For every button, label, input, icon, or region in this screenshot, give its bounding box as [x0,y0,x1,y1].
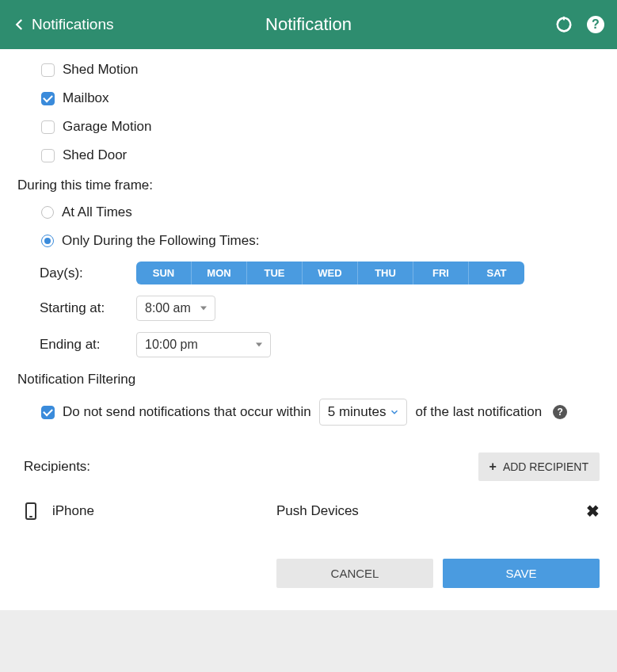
help-icon[interactable]: ? [587,16,604,33]
radio-only-during[interactable]: Only During the Following Times: [41,233,600,249]
caret-down-icon [256,343,262,347]
sensor-label: Mailbox [63,90,109,106]
recipient-name: iPhone [52,503,94,519]
action-row: CANCEL SAVE [17,559,600,588]
day-selector: SUN MON TUE WED THU FRI SAT [136,262,524,284]
days-label: Day(s): [40,265,136,281]
timeframe-heading: During this time frame: [17,178,600,193]
radio-label: At All Times [62,204,132,220]
start-time-select[interactable]: 8:00 am [136,296,215,321]
header-actions: ? [555,16,604,33]
recipients-header: Recipients: + ADD RECIPIENT [17,452,600,481]
app-header: Notifications Notification ? [0,0,617,49]
checkbox-icon[interactable] [41,92,55,105]
checkbox-icon[interactable] [41,120,55,134]
caret-down-icon [200,307,207,311]
phone-icon [25,502,36,520]
chevron-left-icon [13,17,27,32]
plus-icon: + [489,460,497,474]
radio-label: Only During the Following Times: [62,233,259,249]
recipients-label: Recipients: [17,459,90,475]
back-button[interactable]: Notifications [13,16,114,33]
checkbox-icon[interactable] [41,149,55,162]
filtering-prefix: Do not send notifications that occur wit… [63,404,311,420]
sensor-label: Shed Door [63,147,127,163]
sensor-row[interactable]: Shed Motion [41,62,600,78]
filter-window-select[interactable]: 5 minutes [319,399,408,426]
end-time-select[interactable]: 10:00 pm [136,332,271,357]
start-row: Starting at: 8:00 am [17,296,600,321]
end-row: Ending at: 10:00 pm [17,332,600,357]
sensor-list: Shed Motion Mailbox Garage Motion Shed D… [17,62,600,163]
filtering-heading: Notification Filtering [17,372,600,388]
day-pill-sun[interactable]: SUN [136,262,192,284]
timeframe-radio-group: At All Times Only During the Following T… [17,204,600,249]
chevron-down-icon [389,407,400,418]
sensor-label: Garage Motion [63,119,151,135]
day-pill-sat[interactable]: SAT [469,262,524,284]
start-label: Starting at: [40,300,136,316]
save-button[interactable]: SAVE [443,559,600,588]
checkbox-icon[interactable] [41,406,55,419]
page-title: Notification [265,14,352,35]
cancel-button[interactable]: CANCEL [276,559,433,588]
start-time-value: 8:00 am [145,301,191,315]
end-time-value: 10:00 pm [145,338,198,351]
refresh-icon[interactable] [555,16,573,33]
day-pill-tue[interactable]: TUE [247,262,303,284]
add-recipient-button[interactable]: + ADD RECIPIENT [478,452,600,481]
help-icon[interactable]: ? [553,405,567,419]
filtering-row: Do not send notifications that occur wit… [17,399,600,426]
sensor-row[interactable]: Shed Door [41,147,600,163]
footer: powered by ⬣ ALARM.COM Copyright © 2000-… [0,610,617,672]
day-pill-fri[interactable]: FRI [413,262,469,284]
radio-icon[interactable] [41,206,54,219]
recipient-row: iPhone Push Devices ✖ [17,502,600,521]
days-row: Day(s): SUN MON TUE WED THU FRI SAT [17,262,600,284]
day-pill-wed[interactable]: WED [303,262,358,284]
checkbox-icon[interactable] [41,63,55,77]
radio-at-all-times[interactable]: At All Times [41,204,600,220]
sensor-row[interactable]: Garage Motion [41,119,600,135]
back-label: Notifications [32,16,114,33]
content-area: Shed Motion Mailbox Garage Motion Shed D… [0,49,617,610]
sensor-row[interactable]: Mailbox [41,90,600,106]
radio-icon[interactable] [41,235,54,247]
add-recipient-label: ADD RECIPIENT [503,460,588,473]
day-pill-mon[interactable]: MON [192,262,247,284]
remove-recipient-button[interactable]: ✖ [586,502,600,521]
day-pill-thu[interactable]: THU [358,262,413,284]
end-label: Ending at: [40,337,136,353]
recipient-channel: Push Devices [276,503,359,519]
sensor-label: Shed Motion [63,62,138,78]
filter-window-value: 5 minutes [328,404,387,420]
filtering-suffix: of the last notification [415,404,542,420]
